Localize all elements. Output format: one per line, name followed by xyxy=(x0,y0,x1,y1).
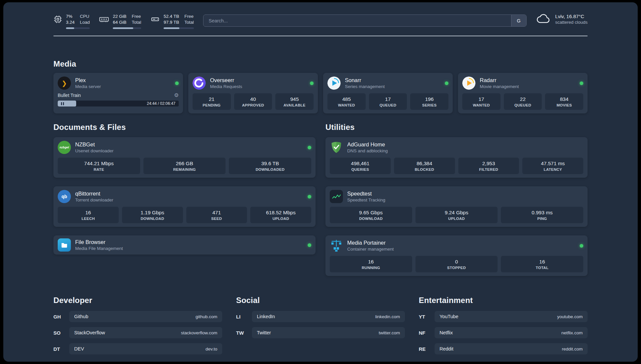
stat-series: 196SERIES xyxy=(410,93,448,110)
bookmark-abbr: RE xyxy=(419,346,429,352)
bookmark-link[interactable]: Reddit reddit.com xyxy=(435,343,588,354)
app-card-speedtest[interactable]: Speedtest Speedtest Tracking 9.65 GbpsDO… xyxy=(325,186,588,227)
app-card-portainer[interactable]: Media Portainer Container management 16R… xyxy=(325,235,588,276)
app-subtitle: DNS and adblocking xyxy=(347,148,388,153)
disk-total-label: Total xyxy=(184,19,194,25)
app-card-sonarr[interactable]: Sonarr Series management 485WANTED 17QUE… xyxy=(323,73,453,113)
stat-blocked: 86,384BLOCKED xyxy=(394,158,455,174)
section-title-media: Media xyxy=(53,59,588,69)
now-playing-title: Bullet Train xyxy=(58,93,81,98)
bookmark-link[interactable]: Twitter twitter.com xyxy=(252,327,405,338)
overseerr-icon xyxy=(193,76,206,90)
app-subtitle: Speedtest Tracking xyxy=(347,197,385,202)
stat-filtered: 2,953FILTERED xyxy=(458,158,519,174)
bookmark-abbr: NF xyxy=(419,330,429,336)
stat-upload: 618.52 MbpsUPLOAD xyxy=(250,207,311,223)
header-divider xyxy=(53,36,588,36)
app-subtitle: Movie management xyxy=(480,84,519,89)
stat-queued: 17QUEUED xyxy=(369,93,407,110)
stat-stopped: 0STOPPED xyxy=(415,256,498,272)
section-title-utilities: Utilities xyxy=(325,123,588,132)
stat-download: 1.19 GbpsDOWNLOAD xyxy=(122,207,183,223)
app-name: Speedtest xyxy=(347,191,385,197)
stat-ping: 0.993 msPING xyxy=(501,207,583,223)
plex-now-playing: Bullet Train ⚙ 24:44 / 02:06:47 xyxy=(58,93,179,106)
stat-upload: 9.24 GbpsUPLOAD xyxy=(415,207,498,223)
app-subtitle: Torrent downloader xyxy=(75,197,113,202)
bookmark-link[interactable]: DEV dev.to xyxy=(69,343,222,354)
bookmark-link[interactable]: YouTube youtube.com xyxy=(435,311,588,322)
ram-free-label: Free xyxy=(132,14,141,19)
stat-wanted: 17WANTED xyxy=(462,93,501,110)
app-name: File Browser xyxy=(75,239,123,245)
app-subtitle: Media Requests xyxy=(210,84,242,89)
stat-movies: 834MOVIES xyxy=(545,93,583,110)
sonarr-icon xyxy=(327,76,341,90)
disk-free-value: 52.4 TB xyxy=(164,14,179,19)
app-card-filebrowser[interactable]: File Browser Media File Management xyxy=(53,235,316,255)
bookmark-abbr: DT xyxy=(53,346,64,352)
section-title-social: Social xyxy=(236,296,405,305)
disk-widget: 52.4 TB Free 97.9 TB Total xyxy=(150,14,194,29)
app-card-radarr[interactable]: Radarr Movie management 17WANTED 22QUEUE… xyxy=(458,73,588,113)
bookmark-link[interactable]: Netflix netflix.com xyxy=(435,327,588,338)
status-dot xyxy=(580,244,583,248)
app-name: AdGuard Home xyxy=(347,141,388,148)
stat-approved: 40APPROVED xyxy=(234,93,272,110)
app-card-overseerr[interactable]: Overseerr Media Requests 21PENDING 40APP… xyxy=(188,73,318,113)
app-subtitle: Media File Management xyxy=(75,246,123,251)
weather-location: Lviv, 16.87°C xyxy=(555,14,588,19)
dashboard-panel: 7% CPU 3.24 Load 22 GiB Free 64 GiB Tota… xyxy=(3,2,638,362)
bookmark-youtube: YT YouTube youtube.com xyxy=(419,311,588,322)
search-engine-button[interactable]: G xyxy=(511,15,526,26)
bookmark-abbr: YT xyxy=(419,314,429,319)
app-card-qbittorrent[interactable]: qb qBittorrent Torrent downloader 16LEEC… xyxy=(53,186,316,227)
status-dot xyxy=(310,81,314,85)
pause-icon[interactable] xyxy=(61,102,64,105)
bookmark-link[interactable]: StackOverflow stackoverflow.com xyxy=(69,327,222,338)
top-bar: 7% CPU 3.24 Load 22 GiB Free 64 GiB Tota… xyxy=(53,2,588,29)
app-card-nzbget[interactable]: nzbget NZBGet Usenet downloader 744.21 M… xyxy=(53,137,316,178)
bookmark-stackoverflow: SO StackOverflow stackoverflow.com xyxy=(53,327,222,338)
app-name: Media Portainer xyxy=(347,240,394,246)
filebrowser-icon xyxy=(58,238,71,252)
app-name: Overseerr xyxy=(210,77,242,83)
stat-total: 16TOTAL xyxy=(501,256,583,272)
stat-remaining: 266 GBREMAINING xyxy=(143,158,226,174)
bookmark-link[interactable]: Github github.com xyxy=(69,311,222,322)
app-card-adguard[interactable]: AdGuard Home DNS and adblocking 498,461Q… xyxy=(325,137,588,178)
bookmarks-section: Developer GH Github github.com SO StackO… xyxy=(53,296,588,359)
stat-available: 945AVAILABLE xyxy=(275,93,314,110)
cpu-usage-bar xyxy=(66,27,90,29)
app-card-plex[interactable]: ❯ Plex Media server Bullet Train ⚙ xyxy=(53,73,183,113)
status-dot xyxy=(308,243,311,247)
playback-played-segment xyxy=(58,101,76,106)
bookmark-reddit: RE Reddit reddit.com xyxy=(419,343,588,354)
disk-total-value: 97.9 TB xyxy=(164,19,179,25)
radarr-icon xyxy=(462,76,475,90)
app-name: Radarr xyxy=(480,77,519,83)
stat-queries: 498,461QUERIES xyxy=(330,158,391,174)
section-title-documents: Documents & Files xyxy=(53,123,316,132)
stat-seed: 471SEED xyxy=(186,207,247,223)
documents-section: Documents & Files nzbget NZBGet Usenet d… xyxy=(53,123,316,276)
bookmark-link[interactable]: LinkedIn linkedin.com xyxy=(252,311,405,322)
gear-icon[interactable]: ⚙ xyxy=(174,93,179,98)
weather-widget: Lviv, 16.87°C scattered clouds xyxy=(536,14,588,25)
stat-leech: 16LEECH xyxy=(58,207,119,223)
stat-wanted: 485WANTED xyxy=(327,93,366,110)
utilities-section: Utilities AdGuard Home DNS and adblockin… xyxy=(325,123,588,276)
app-name: NZBGet xyxy=(75,141,113,148)
bookmark-github: GH Github github.com xyxy=(53,311,222,322)
ram-usage-bar xyxy=(113,27,141,29)
bookmark-abbr: LI xyxy=(236,314,247,319)
stat-downloaded: 39.6 TBDOWNLOADED xyxy=(229,158,311,174)
playback-progress-bar[interactable]: 24:44 / 02:06:47 xyxy=(58,101,179,106)
status-dot xyxy=(175,81,179,85)
search-input[interactable] xyxy=(203,15,511,26)
bookmark-abbr: TW xyxy=(236,330,247,336)
stat-running: 16RUNNING xyxy=(330,256,412,272)
bookmarks-social: Social LI LinkedIn linkedin.com TW Twitt… xyxy=(236,296,405,343)
cpu-load-label: Load xyxy=(80,19,90,25)
portainer-icon xyxy=(330,239,343,252)
